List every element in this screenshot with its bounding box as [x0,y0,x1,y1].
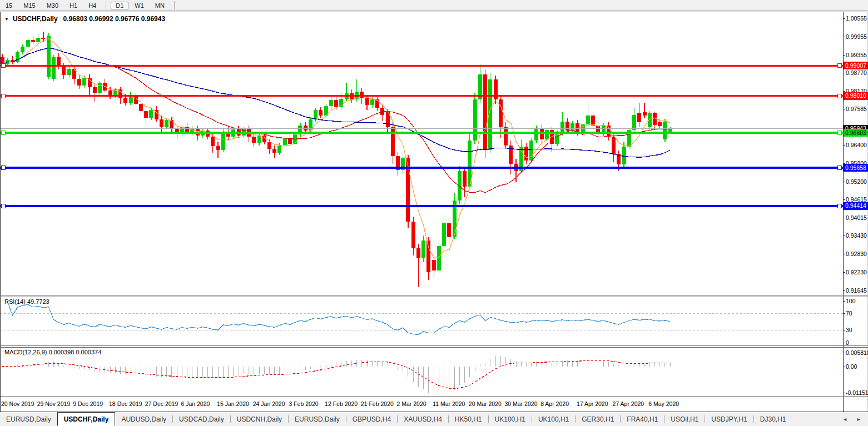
svg-text:27 Apr 2020: 27 Apr 2020 [613,400,644,407]
macd-axis-labels: 0.0058180.00-0.011514 [843,349,868,396]
moving-averages-layer [2,39,670,258]
svg-text:0.96803: 0.96803 [845,129,866,136]
tab-uk100-h1[interactable]: UK100,H1 [532,412,575,426]
rsi-level-lines [0,314,843,330]
horizontal-line-0.99007[interactable] [0,64,843,68]
svg-text:0.97585: 0.97585 [846,106,867,112]
svg-text:3 Feb 2020: 3 Feb 2020 [289,400,318,407]
svg-text:0.91645: 0.91645 [846,287,867,294]
svg-text:0.92230: 0.92230 [846,269,867,275]
svg-text:0.99007: 0.99007 [845,62,866,69]
horizontal-line-0.98010[interactable] [0,94,843,98]
tab-fra40-h1[interactable]: FRA40,H1 [621,412,664,426]
horizontal-line-0.94414[interactable] [0,204,843,208]
chart-dropdown-icon[interactable]: ▼ [4,17,9,22]
tab-usdchf-daily[interactable]: USDCHF,Daily [57,412,116,426]
candles-layer [1,32,672,287]
chart-title: ▼ USDCHF,Daily 0.96803 0.96992 0.96776 0… [4,14,165,23]
svg-text:0.98010: 0.98010 [845,92,866,99]
svg-text:70: 70 [846,310,852,317]
svg-text:2 Mar 2020: 2 Mar 2020 [396,400,426,407]
line-price-badges: 0.990070.980100.968030.956580.94414 [844,62,868,210]
pane-borders [0,12,868,412]
rsi-line [7,301,670,334]
svg-text:15 Jan 2020: 15 Jan 2020 [217,400,249,407]
tab-xauusd-h4[interactable]: XAUUSD,H4 [398,412,448,426]
tab-gbpusd-h4[interactable]: GBPUSD,H4 [346,412,397,426]
svg-text:1.00555: 1.00555 [846,15,867,22]
chart-symbol-label: USDCHF,Daily [13,15,58,23]
rsi-indicator-label: RSI(14) 49.7723 [4,298,49,305]
svg-text:0.94414: 0.94414 [845,202,866,209]
svg-text:0.95200: 0.95200 [846,178,867,185]
svg-text:0.96400: 0.96400 [846,142,867,148]
chart-area: 1.005550.999550.993550.987700.981700.975… [0,0,868,426]
svg-text:30: 30 [846,327,852,333]
horizontal-line-0.95658[interactable] [0,166,843,170]
svg-text:0.95658: 0.95658 [845,164,866,171]
svg-text:20 Nov 2019: 20 Nov 2019 [1,400,34,407]
macd-indicator-label: MACD(12,26,9) 0.000398 0.000374 [4,349,101,355]
svg-text:-0.011514: -0.011514 [846,389,868,396]
svg-text:24 Jan 2020: 24 Jan 2020 [253,400,285,407]
svg-text:6 May 2020: 6 May 2020 [648,400,679,407]
tab-ger30-h1[interactable]: GER30,H1 [576,412,620,426]
svg-text:0.005818: 0.005818 [846,349,868,356]
svg-text:8 Apr 2020: 8 Apr 2020 [540,400,569,407]
svg-text:0.93430: 0.93430 [846,232,867,239]
tab-usoil-h1[interactable]: USOil,H1 [664,412,705,426]
svg-text:20 Mar 2020: 20 Mar 2020 [469,400,502,407]
svg-text:100: 100 [846,298,856,304]
price-axis-labels: 1.005550.999550.993550.987700.981700.975… [843,15,867,294]
tab-uk100-h1[interactable]: UK100,H1 [489,412,532,426]
tab-audusd-daily[interactable]: AUDUSD,Daily [115,412,172,426]
svg-text:18 Dec 2019: 18 Dec 2019 [109,400,142,407]
tab-dj30-h1[interactable]: DJ30,H1 [754,412,792,426]
svg-text:0.94015: 0.94015 [846,214,867,221]
tab-eurusd-daily[interactable]: EURUSD,Daily [0,412,57,426]
tab-scroll-arrows: ◄► [842,412,868,426]
chart-ohlc-values: 0.96803 0.96992 0.96776 0.96943 [63,15,166,23]
tab-eurusd-daily[interactable]: EURUSD,Daily [289,412,346,426]
svg-text:0.99955: 0.99955 [846,33,867,40]
trading-terminal-window: 15M15M30H1H4D1W1MN 1.005550.999550.99355… [0,0,868,426]
horizontal-line-0.96803[interactable] [0,131,843,135]
price-chart-svg: 1.005550.999550.993550.987700.981700.975… [0,0,868,426]
svg-text:0.99355: 0.99355 [846,52,867,58]
tab-scroll-right-icon[interactable]: ► [856,417,861,422]
tab-usdjpy-h1[interactable]: USDJPY,H1 [705,412,753,426]
rsi-axis-labels: 10070300 [843,298,856,346]
symbol-tab-bar: EURUSD,DailyUSDCHF,DailyAUDUSD,DailyUSDC… [0,412,868,426]
svg-text:30 Mar 2020: 30 Mar 2020 [505,400,538,407]
tab-scroll-left-icon[interactable]: ◄ [842,417,847,422]
svg-text:0.92830: 0.92830 [846,250,867,257]
svg-text:0.98770: 0.98770 [846,69,867,76]
tab-usdcad-daily[interactable]: USDCAD,Daily [173,412,230,426]
svg-text:6 Jan 2020: 6 Jan 2020 [181,400,210,407]
svg-text:17 Apr 2020: 17 Apr 2020 [577,400,608,407]
svg-text:0.00: 0.00 [846,363,857,370]
svg-text:27 Dec 2019: 27 Dec 2019 [145,400,178,407]
svg-text:0: 0 [846,339,849,346]
svg-text:29 Nov 2019: 29 Nov 2019 [37,400,71,407]
svg-text:12 Feb 2020: 12 Feb 2020 [325,400,358,407]
macd-histogram [2,356,670,395]
tab-usdcnh-daily[interactable]: USDCNH,Daily [231,412,288,426]
svg-text:11 Mar 2020: 11 Mar 2020 [433,400,465,407]
date-axis-labels: 20 Nov 201929 Nov 20199 Dec 201918 Dec 2… [1,400,679,407]
svg-text:21 Feb 2020: 21 Feb 2020 [361,400,394,407]
svg-text:9 Dec 2019: 9 Dec 2019 [73,400,103,407]
tab-hk50-h1[interactable]: HK50,H1 [449,412,488,426]
